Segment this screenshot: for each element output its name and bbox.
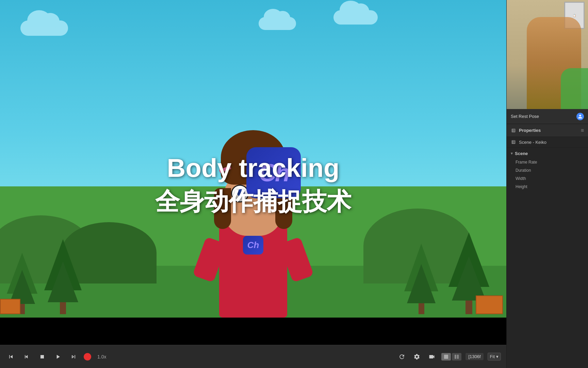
scene-item[interactable]: Scene - Keiko [507,137,588,148]
step-forward-icon [70,353,77,360]
view-single-button[interactable] [441,353,451,361]
controls-bar: 1.0x [0,345,506,368]
step-back-icon [23,353,30,360]
video-title-zh: 全身动作捕捉技术 [155,185,351,218]
scene-section: ▾ Scene Frame Rate Duration Width Height [507,148,588,192]
skip-start-icon [7,353,14,360]
person-svg [578,114,583,119]
tree-trunk [60,302,66,314]
tree-top2 [48,261,78,302]
step-back-button[interactable] [21,351,32,362]
character: Ch Ch [182,120,325,318]
stop-button[interactable] [37,351,48,362]
char-body: Ch [219,222,287,318]
speed-label: 1.0x [97,354,106,359]
zoom-chevron-icon: ▾ [496,354,499,359]
play-icon [54,353,61,360]
scene-film-icon [511,139,516,145]
video-text-overlay: Body tracking 全身动作捕捉技术 [155,153,351,218]
tree-trunk [466,301,472,314]
scene-section-header[interactable]: ▾ Scene [507,149,588,158]
view-toggle [441,353,461,361]
properties-film-icon [511,128,516,133]
properties-title: Properties [519,128,541,133]
webcam-icon [428,353,435,360]
collapse-arrow-icon: ▾ [511,151,513,156]
ch-logo-small: Ch [243,236,263,255]
zoom-label: Fit [490,354,495,359]
scene-name: Scene - Keiko [519,140,546,145]
tree-left-2 [44,239,82,314]
set-rest-pose-label: Set Rest Pose [511,114,539,119]
step-forward-button[interactable] [68,351,79,362]
frame-rate-label: Frame Rate [516,160,581,165]
property-row-frame-rate: Frame Rate [507,158,588,166]
duration-label: Duration [516,168,581,173]
cloud-2 [259,17,296,30]
right-panel: 📋 Set Rest Pose Properties ≡ Scene - Kei… [506,0,588,368]
zoom-dropdown[interactable]: Fit ▾ [488,353,501,361]
svg-rect-0 [40,355,44,358]
set-rest-pose-button[interactable]: Set Rest Pose [511,114,539,119]
split-right [457,355,459,359]
property-row-height: Height [507,183,588,191]
cloud-3 [333,10,378,25]
set-rest-pose-bar: Set Rest Pose [507,109,588,124]
video-title-en: Body tracking [155,153,351,183]
platform-block-left [0,299,20,314]
play-button[interactable] [52,351,63,362]
width-label: Width [516,176,581,181]
frame-display: [1306f [466,353,483,360]
settings-button[interactable] [411,351,422,362]
split-left [455,355,456,359]
skip-to-start-button[interactable] [5,351,16,362]
view-split-button[interactable] [452,353,461,361]
webcam-green-shape [561,68,588,109]
webcam-preview: 📋 [507,0,588,109]
webcam-button[interactable] [426,351,437,362]
person-icon [576,113,584,120]
scene-section-label: Scene [515,151,528,156]
video-canvas: Ch Ch Body tracking 全身动作捕捉技术 [0,0,506,345]
ch-logo-small-text: Ch [247,240,259,250]
property-row-width: Width [507,174,588,183]
settings-icon [413,353,420,360]
tree-top2 [407,264,436,303]
properties-menu-icon[interactable]: ≡ [581,127,584,134]
cloud-1 [20,20,68,36]
refresh-icon [398,353,405,360]
tree-trunk [419,303,424,314]
stop-icon [39,353,46,360]
record-button[interactable] [84,353,91,361]
right-controls: [1306f Fit ▾ [396,351,501,362]
tree-top2 [452,256,486,301]
height-label: Height [516,184,581,189]
tree-right-2 [404,244,438,314]
platform-block-right [476,295,503,314]
properties-header: Properties ≡ [507,124,588,137]
property-row-duration: Duration [507,166,588,174]
refresh-button[interactable] [396,351,407,362]
view-single-icon [444,355,448,359]
